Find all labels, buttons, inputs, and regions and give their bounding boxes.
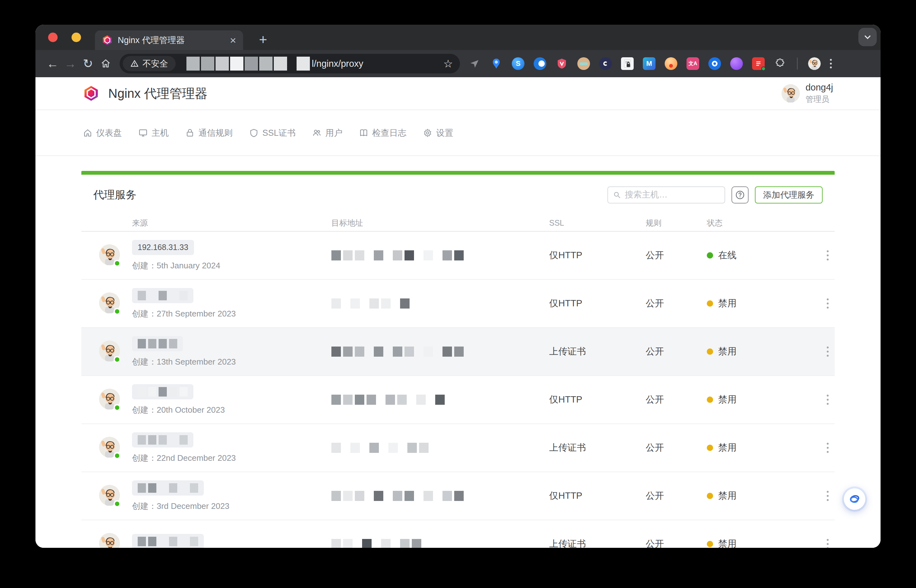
table-row[interactable]: 创建：13th September 2023 上传证书 公开 禁用 — [81, 328, 835, 376]
nav-item-access-lists[interactable]: 通信规则 — [185, 127, 233, 139]
red-shield-icon[interactable] — [556, 57, 568, 70]
tab-search-button[interactable] — [858, 28, 877, 46]
access-value: 公开 — [646, 393, 707, 406]
nav-item-users[interactable]: 用户 — [312, 127, 342, 139]
source-badge[interactable] — [132, 534, 204, 548]
ssl-value: 仅HTTP — [549, 297, 646, 310]
gradient-m-icon[interactable]: M — [643, 57, 656, 70]
table-row[interactable]: 创建：27th September 2023 仅HTTP 公开 禁用 — [81, 280, 835, 328]
tab-title: Nginx 代理管理器 — [118, 34, 225, 46]
tab-favicon-npm-logo-icon — [102, 35, 113, 45]
home-icon — [101, 58, 111, 69]
purple-circle-icon[interactable] — [730, 57, 743, 70]
browser-tab[interactable]: Nginx 代理管理器 × — [95, 31, 243, 50]
minimize-window-button[interactable] — [71, 32, 81, 42]
status-dot — [707, 493, 713, 499]
row-menu-kebab-icon[interactable] — [821, 491, 834, 501]
presence-dot — [114, 260, 121, 267]
row-menu-kebab-icon[interactable] — [821, 299, 834, 309]
table-row[interactable]: 创建：22nd December 2023 上传证书 公开 禁用 — [81, 424, 835, 472]
row-menu-kebab-icon[interactable] — [821, 443, 834, 453]
col-access: 规则 — [646, 218, 707, 228]
source-badge[interactable] — [132, 288, 193, 303]
nav-item-settings[interactable]: 设置 — [423, 127, 453, 139]
status-label: 禁用 — [718, 345, 737, 358]
status-label: 禁用 — [718, 393, 737, 406]
blue-ring-icon[interactable] — [708, 57, 721, 70]
ssl-value: 仅HTTP — [549, 249, 646, 262]
table-row[interactable]: 创建：20th October 2023 仅HTTP 公开 禁用 — [81, 376, 835, 424]
row-menu-kebab-icon[interactable] — [821, 250, 834, 260]
back-button[interactable]: ← — [44, 55, 61, 73]
sider-swirl-icon[interactable]: S — [512, 57, 525, 70]
orange-blob-icon[interactable] — [665, 57, 677, 70]
persona-face-icon[interactable] — [577, 57, 590, 70]
close-tab-icon[interactable]: × — [230, 35, 236, 45]
shield-icon — [249, 128, 258, 138]
npm-logo-icon — [83, 85, 99, 102]
red-notes-icon[interactable] — [752, 57, 765, 70]
user-role: 管理员 — [806, 94, 833, 105]
source-badge[interactable] — [132, 384, 193, 399]
row-menu-kebab-icon[interactable] — [821, 539, 834, 548]
url-path: l/nginx/proxy — [312, 58, 363, 69]
ssl-value: 仅HTTP — [549, 393, 646, 406]
add-proxy-host-button[interactable]: 添加代理服务 — [755, 186, 822, 204]
address-bar[interactable]: 不安全 l/nginx/proxy ☆ — [120, 54, 460, 73]
row-menu-kebab-icon[interactable] — [821, 395, 834, 405]
users-icon — [312, 128, 321, 138]
assistant-floating-button[interactable] — [844, 488, 865, 510]
table-row[interactable]: 上传证书 公开 禁用 — [81, 520, 835, 548]
security-chip[interactable]: 不安全 — [123, 56, 176, 71]
nav-item-ssl-certificates[interactable]: SSL证书 — [249, 127, 296, 139]
blue-pin-icon[interactable] — [490, 57, 502, 70]
table-header: 来源 目标地址 SSL 规则 状态 — [81, 215, 835, 232]
access-value: 公开 — [646, 538, 707, 548]
new-tab-button[interactable]: + — [254, 31, 271, 48]
blue-bird-icon[interactable] — [534, 57, 546, 70]
bookmark-star-icon[interactable]: ☆ — [443, 57, 456, 70]
destination-redacted — [331, 443, 549, 453]
table-row[interactable]: 192.168.31.33创建：5th January 2024 仅HTTP 公… — [81, 232, 835, 280]
source-badge[interactable] — [132, 432, 193, 447]
profile-avatar[interactable] — [808, 57, 821, 70]
status-label: 在线 — [718, 249, 737, 262]
status-label: 禁用 — [718, 441, 737, 454]
row-menu-kebab-icon[interactable] — [821, 347, 834, 357]
app-title: Nginx 代理管理器 — [108, 85, 207, 102]
nav-item-hosts[interactable]: 主机 — [138, 127, 169, 139]
user-menu[interactable]: dong4j 管理员 — [782, 82, 833, 105]
home-button[interactable] — [97, 55, 115, 73]
access-value: 公开 — [646, 249, 707, 262]
question-circle-icon — [735, 190, 745, 200]
forward-button[interactable]: → — [61, 55, 79, 73]
security-label: 不安全 — [142, 58, 168, 69]
nav-item-dashboard[interactable]: 仪表盘 — [83, 127, 122, 139]
browser-menu-kebab-icon[interactable] — [830, 59, 832, 68]
source-badge[interactable] — [132, 336, 183, 351]
destination-redacted — [331, 299, 549, 309]
reload-button[interactable]: ↻ — [79, 55, 97, 73]
table-row[interactable]: 创建：3rd December 2023 仅HTTP 公开 禁用 — [81, 472, 835, 520]
status-dot — [707, 541, 713, 547]
nav-item-audit-log[interactable]: 检查日志 — [359, 127, 406, 139]
owner-avatar — [99, 261, 120, 266]
source-badge[interactable]: 192.168.31.33 — [132, 240, 194, 255]
search-input[interactable] — [625, 190, 719, 200]
url-text: l/nginx/proxy — [186, 57, 363, 71]
gear-icon — [423, 128, 432, 138]
close-window-button[interactable] — [48, 32, 58, 42]
source-badge[interactable] — [132, 480, 204, 496]
dark-circle-icon[interactable] — [599, 57, 612, 70]
user-name: dong4j — [806, 82, 833, 93]
lock-icon — [185, 128, 195, 138]
panel-header: 代理服务 添加代理服务 — [81, 175, 835, 215]
search-box[interactable] — [607, 186, 725, 204]
presence-dot — [114, 500, 121, 507]
help-button[interactable] — [732, 186, 748, 204]
page-lock-icon[interactable] — [621, 57, 634, 70]
extensions-puzzle-icon[interactable] — [774, 57, 787, 70]
paper-plane-icon[interactable] — [468, 57, 481, 70]
translate-icon[interactable]: 文A — [687, 57, 699, 70]
destination-redacted — [331, 491, 549, 501]
